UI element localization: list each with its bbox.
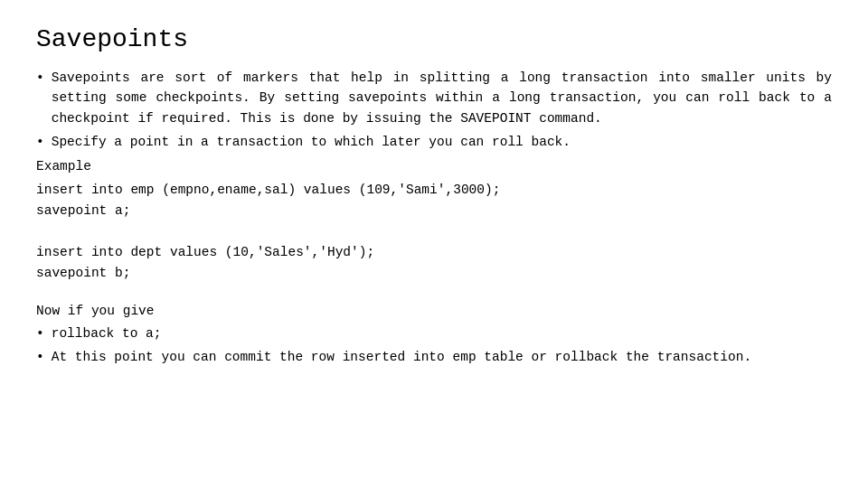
bullet-symbol-2: • [36, 132, 44, 152]
content-area: • Savepoints are sort of markers that he… [36, 68, 832, 368]
bullet-item-1: • Savepoints are sort of markers that he… [36, 68, 832, 128]
bullet-text-2: Specify a point in a transaction to whic… [52, 132, 832, 152]
bullet-symbol-1: • [36, 68, 44, 88]
bullet-item-2: • Specify a point in a transaction to wh… [36, 132, 832, 152]
slide-title: Savepoints [36, 25, 832, 53]
code-line-4: savepoint b; [36, 263, 832, 283]
code-line-1: insert into emp (empno,ename,sal) values… [36, 180, 832, 200]
bullet-item-4: • At this point you can commit the row i… [36, 347, 832, 367]
bullet-text-4: At this point you can commit the row ins… [52, 347, 832, 367]
bullet-text-3: rollback to a; [52, 324, 832, 343]
bullet-text-1: Savepoints are sort of markers that help… [52, 68, 832, 128]
spacer-1 [36, 230, 832, 239]
bullet-symbol-4: • [36, 347, 44, 367]
example-label: Example [36, 156, 832, 176]
code-block-2: insert into dept values (10,'Sales','Hyd… [36, 242, 832, 283]
code-line-3: insert into dept values (10,'Sales','Hyd… [36, 242, 832, 262]
spacer-2 [36, 292, 832, 301]
code-line-2: savepoint a; [36, 201, 832, 221]
now-label: Now if you give [36, 301, 832, 321]
bullet-symbol-3: • [36, 324, 44, 343]
bullet-item-3: • rollback to a; [36, 324, 832, 343]
slide-container: Savepoints • Savepoints are sort of mark… [0, 0, 868, 488]
code-block-1: insert into emp (empno,ename,sal) values… [36, 180, 832, 221]
